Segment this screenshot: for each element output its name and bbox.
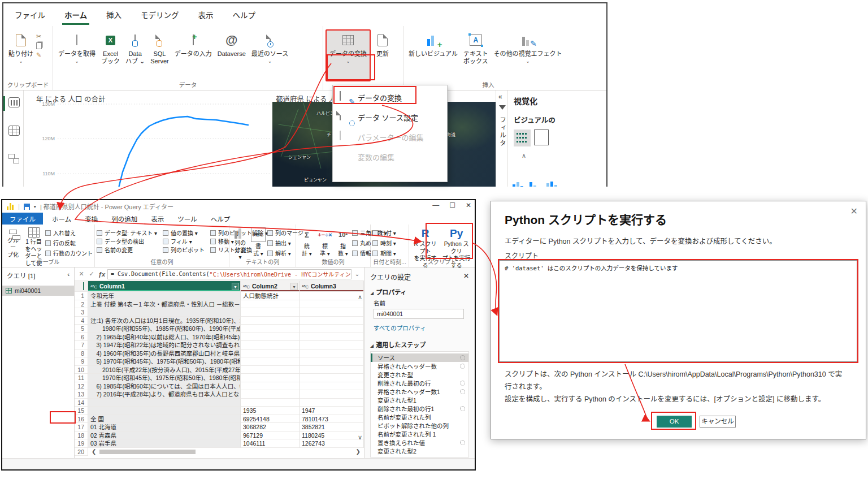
table-cell[interactable]	[300, 317, 364, 325]
report-view-icon[interactable]	[8, 97, 20, 107]
pq-small-button[interactable]: 入れ替え	[45, 228, 93, 237]
ribbon-tab[interactable]: ホーム	[63, 7, 88, 23]
menu-item[interactable]: データ ソース設定	[333, 107, 447, 127]
row-number[interactable]: 9	[75, 357, 88, 366]
row-number[interactable]: 20	[75, 448, 88, 456]
pq-menu-tab[interactable]: ホーム	[46, 213, 77, 225]
pq-small-button[interactable]: 名前の変更	[97, 245, 157, 254]
ribbon-button[interactable]: X Excel ブック ⌄	[98, 29, 123, 81]
cancel-formula-icon[interactable]: ✕	[77, 270, 86, 278]
table-cell[interactable]	[300, 300, 364, 309]
ribbon-button[interactable]: Data ハブ ⌄ ⌄	[123, 29, 147, 81]
table-cell[interactable]	[300, 399, 364, 407]
pq-small-button[interactable]: フィル ▾	[163, 237, 205, 245]
pq-menu-tab[interactable]: 変換	[79, 213, 103, 225]
table-cell[interactable]	[300, 308, 364, 317]
table-cell[interactable]	[241, 300, 300, 309]
table-cell[interactable]	[300, 325, 364, 333]
row-number[interactable]: 18	[75, 431, 88, 440]
commit-formula-icon[interactable]: ✓	[87, 270, 96, 278]
horizontal-scrollbar[interactable]: 20 ❮❯	[75, 448, 364, 456]
row-number[interactable]: 19	[75, 439, 88, 448]
run-r-script-button[interactable]: R R スクリプト を実行する	[411, 227, 440, 259]
row-number[interactable]: 13	[75, 390, 88, 399]
ribbon-button[interactable]: A テキスト ボックス ⌄	[461, 29, 491, 81]
scroll-down-icon[interactable]: ∨	[358, 434, 362, 441]
pq-small-button[interactable]: 行の反転	[45, 239, 93, 247]
step-settings-gear-icon[interactable]	[460, 440, 465, 445]
split-column-button[interactable]: 列の 分割 ▾	[231, 227, 249, 259]
table-cell[interactable]: 4) 1960年(昭和35年)の長野県西筑摩郡山口村と岐阜県中津川...	[88, 349, 241, 358]
row-number[interactable]: 12	[75, 382, 88, 391]
query-name-input[interactable]: mi040001	[374, 309, 464, 319]
menu-item[interactable]: 変数の編集	[333, 147, 447, 167]
table-cell[interactable]	[300, 341, 364, 349]
formula-input[interactable]: = Csv.Document(File.Contents("C:\Users\h…	[107, 269, 351, 279]
scientific-button[interactable]: 10² 指 数 ▾	[334, 227, 352, 259]
row-number[interactable]: 17	[75, 423, 88, 431]
table-cell[interactable]: 1262743	[300, 439, 364, 448]
table-cell[interactable]: 1947	[300, 407, 364, 415]
row-number[interactable]: 10	[75, 366, 88, 374]
ribbon-button[interactable]: 最近のソース ⌄	[249, 29, 291, 81]
table-cell[interactable]	[241, 390, 300, 399]
table-cell[interactable]	[241, 349, 300, 358]
query-item[interactable]: mi040001	[2, 286, 74, 296]
table-cell[interactable]: 7) 2016年(平成28年)より、都道府県も日本人人口となり、「人口...	[88, 390, 241, 399]
run-python-script-button[interactable]: Py Python スクリ プトを実行する	[440, 227, 473, 259]
line-chart-visual[interactable]: 年 による 人口 の合計 130M120M110M	[24, 90, 272, 187]
column-header[interactable]: ᴬᴮCColumn2▾	[241, 281, 300, 292]
row-number[interactable]: 14	[75, 399, 88, 407]
minimize-button[interactable]: —	[432, 201, 439, 209]
statistics-button[interactable]: Σ 統 計 ▾	[298, 227, 316, 259]
row-number[interactable]: 6	[75, 333, 88, 342]
pq-small-button[interactable]: データ型: テキスト ▾	[97, 228, 157, 237]
row-number[interactable]: 16	[75, 415, 88, 424]
scroll-up-icon[interactable]: ∧	[358, 294, 362, 301]
table-cell[interactable]: 02 青森県	[88, 431, 241, 440]
format-button[interactable]: ABC 書 式 ▾	[249, 227, 267, 259]
table-cell[interactable]	[300, 366, 364, 374]
table-cell[interactable]: 2010年(平成22年)(按分済み人口)、2015年(平成27年)(按...	[88, 366, 241, 374]
ribbon-button[interactable]: SQL Server ⌄	[147, 29, 171, 81]
row-number[interactable]: 4	[75, 317, 88, 325]
column-header[interactable]: ᴬᴮCColumn1▾	[88, 281, 241, 292]
pq-small-button[interactable]: 時刻 ▾	[372, 239, 396, 247]
table-cell[interactable]	[300, 382, 364, 391]
collapse-gallery-icon[interactable]: ∧	[522, 152, 601, 159]
script-editor[interactable]: # 'dataset' はこのスクリプトの入力データを保持しています	[499, 260, 857, 362]
table-cell[interactable]	[241, 382, 300, 391]
all-properties-link[interactable]: すべてのプロパティ	[374, 323, 426, 332]
step-settings-gear-icon[interactable]	[460, 406, 465, 411]
row-number[interactable]: 2	[75, 300, 88, 309]
close-settings-icon[interactable]: ✕	[463, 272, 469, 282]
ok-button[interactable]: OK	[657, 416, 692, 428]
table-cell[interactable]	[300, 292, 364, 300]
maximize-button[interactable]: ☐	[449, 201, 455, 209]
applied-steps-section-header[interactable]: ◢適用したステップ	[370, 340, 469, 349]
table-cell[interactable]	[241, 341, 300, 349]
table-cell[interactable]: 1935	[241, 407, 300, 415]
table-cell[interactable]	[88, 399, 241, 407]
table-cell[interactable]: 令和元年	[88, 292, 241, 300]
table-cell[interactable]	[241, 357, 300, 366]
table-cell[interactable]	[300, 333, 364, 342]
applied-step[interactable]: 名前が変更された列 1	[371, 430, 468, 438]
ribbon-tab[interactable]: ファイル	[14, 7, 46, 23]
close-button[interactable]: ✕	[466, 201, 471, 209]
applied-step[interactable]: 変更された型1	[371, 396, 468, 404]
ribbon-button[interactable]: + データの入力 ⌄	[172, 29, 215, 81]
row-number[interactable]: 11	[75, 374, 88, 382]
applied-step[interactable]: 変更された型2	[371, 447, 468, 455]
ribbon-tab[interactable]: 挿入	[105, 7, 123, 23]
visual-icon[interactable]	[534, 130, 549, 145]
collapse-queries-icon[interactable]: ‹	[67, 271, 70, 280]
pq-small-button[interactable]: 日付 ▾	[372, 228, 396, 237]
step-settings-gear-icon[interactable]	[460, 381, 465, 386]
pq-small-button[interactable]: データ型の検出	[97, 237, 157, 245]
table-cell[interactable]	[241, 325, 300, 333]
pq-small-button[interactable]: 期間 ▾	[372, 249, 396, 257]
row-number[interactable]: 7	[75, 341, 88, 349]
table-cell[interactable]	[300, 374, 364, 382]
save-icon[interactable]	[24, 204, 30, 210]
